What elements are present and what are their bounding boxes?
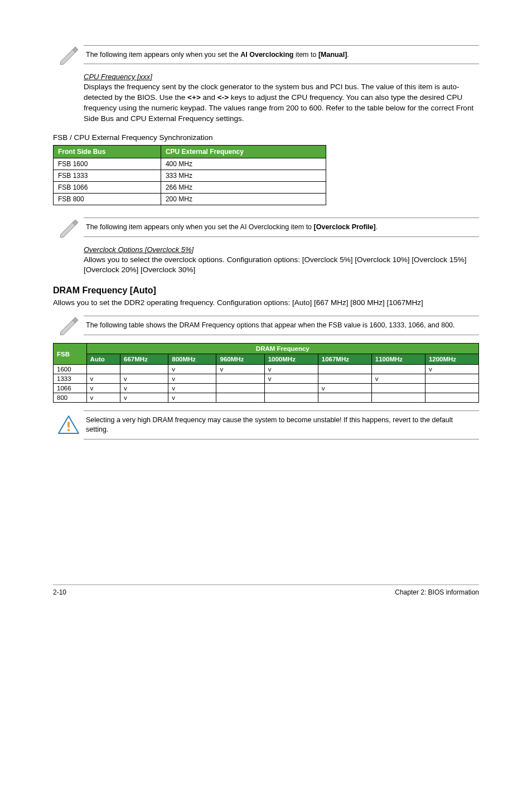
- fsb-th-bus: Front Side Bus: [54, 145, 161, 158]
- table-row: 1333 vvvvv: [54, 374, 479, 384]
- dram-th-group: DRAM Frequency: [86, 344, 478, 354]
- dram-frequency-desc: Allows you to set the DDR2 operating fre…: [53, 298, 479, 308]
- page-footer: 2-10 Chapter 2: BIOS information: [53, 584, 479, 596]
- table-subheader-row: Auto 667MHz 800MHz 960MHz 1000MHz 1067MH…: [54, 354, 479, 365]
- cpu-freq-desc: Displays the frequency sent by the clock…: [84, 82, 479, 124]
- note-manual: The following item appears only when you…: [53, 45, 479, 65]
- fsb-table: Front Side Bus CPU External Frequency FS…: [53, 145, 326, 205]
- overclock-desc: Allows you to select the overclock optio…: [84, 255, 479, 276]
- note-text: The following item appears only when you…: [84, 45, 479, 65]
- cpu-freq-title: CPU Frequency [xxx]: [84, 73, 479, 81]
- cpu-frequency-block: CPU Frequency [xxx] Displays the frequen…: [84, 73, 479, 124]
- dram-frequency-heading: DRAM Frequency [Auto]: [53, 286, 479, 296]
- table-row: 1066 vvvv: [54, 384, 479, 393]
- note-text: The following item appears only when you…: [84, 218, 479, 237]
- chapter-label: Chapter 2: BIOS information: [395, 588, 479, 596]
- fsb-sync-heading: FSB / CPU External Frequency Synchroniza…: [53, 133, 479, 142]
- pencil-icon: [53, 218, 84, 238]
- caution-icon: [53, 415, 84, 435]
- caution-box: Selecting a very high DRAM frequency may…: [53, 410, 479, 439]
- svg-point-1: [67, 429, 69, 431]
- page-number: 2-10: [53, 588, 66, 596]
- pencil-icon: [53, 45, 84, 65]
- fsb-th-freq: CPU External Frequency: [161, 145, 326, 158]
- table-row: FSB 1600400 MHz: [54, 158, 326, 170]
- dram-table: FSB DRAM Frequency Auto 667MHz 800MHz 96…: [53, 343, 479, 403]
- table-row: FSB 1066266 MHz: [54, 181, 326, 193]
- table-row: 800 vvv: [54, 393, 479, 403]
- overclock-options-block: Overclock Options [Overclock 5%] Allows …: [84, 245, 479, 276]
- table-row: FSB 1333333 MHz: [54, 170, 326, 181]
- pencil-icon: [53, 315, 84, 335]
- note-overclock-profile: The following item appears only when you…: [53, 218, 479, 238]
- dram-th-fsb: FSB: [54, 344, 87, 365]
- table-row: 1600 vvvv: [54, 365, 479, 374]
- overclock-title: Overclock Options [Overclock 5%]: [84, 245, 479, 254]
- table-header-row: Front Side Bus CPU External Frequency: [54, 145, 326, 158]
- table-header-row: FSB DRAM Frequency: [54, 344, 479, 354]
- caution-text: Selecting a very high DRAM frequency may…: [84, 410, 479, 439]
- note-text: The following table shows the DRAM Frequ…: [84, 316, 479, 335]
- note-dram-table: The following table shows the DRAM Frequ…: [53, 315, 479, 335]
- svg-rect-0: [67, 422, 70, 428]
- table-row: FSB 800200 MHz: [54, 193, 326, 205]
